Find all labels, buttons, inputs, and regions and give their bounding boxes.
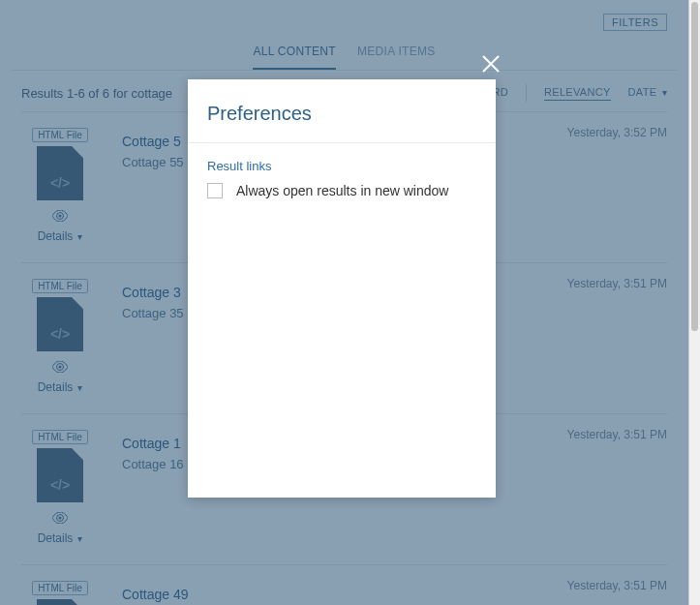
close-icon[interactable] <box>481 54 501 77</box>
modal-body: Result links Always open results in new … <box>188 143 496 214</box>
vertical-scrollbar[interactable] <box>689 0 700 605</box>
search-results-page: FILTERS ALL CONTENT MEDIA ITEMS Results … <box>0 0 689 605</box>
open-new-window-checkbox-row[interactable]: Always open results in new window <box>207 183 476 198</box>
result-links-section-label: Result links <box>207 159 476 173</box>
preferences-modal: Preferences Result links Always open res… <box>188 79 496 498</box>
checkbox-unchecked[interactable] <box>207 183 223 198</box>
scrollbar-thumb[interactable] <box>691 2 698 331</box>
modal-title: Preferences <box>188 79 496 143</box>
checkbox-label: Always open results in new window <box>236 183 448 198</box>
